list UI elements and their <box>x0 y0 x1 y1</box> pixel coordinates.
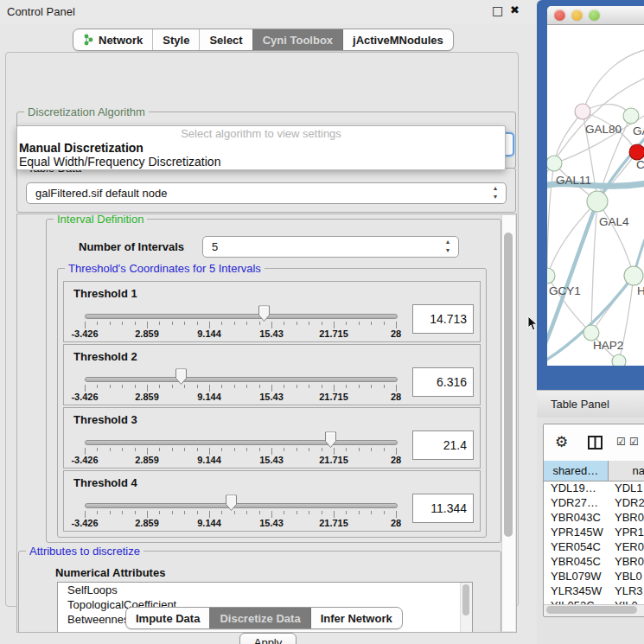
column-header-shared-name[interactable]: shared… <box>544 461 609 481</box>
tick-mark <box>97 385 98 388</box>
tick-mark <box>85 385 86 392</box>
tick-label: -3.426 <box>57 328 112 339</box>
network-node-h[interactable] <box>624 266 643 285</box>
tick-mark <box>147 511 148 518</box>
network-window-titlebar[interactable] <box>547 6 644 25</box>
scrollbar-thumb[interactable] <box>504 233 513 537</box>
cell-name[interactable]: YBR0 <box>610 510 644 525</box>
threshold-slider-thumb[interactable] <box>324 431 337 449</box>
table-row[interactable]: YIL052CYIL0 <box>544 598 644 604</box>
cell-name[interactable]: YPR1 <box>610 525 644 539</box>
cell-shared-name[interactable]: YBL079W <box>544 569 610 583</box>
tick-mark <box>122 511 123 514</box>
cell-name[interactable]: YER0 <box>610 539 644 554</box>
column-header-name[interactable]: na <box>609 461 644 481</box>
tick-mark <box>334 448 335 455</box>
threshold-slider-thumb[interactable] <box>258 305 271 322</box>
cell-shared-name[interactable]: YDR27… <box>544 495 610 510</box>
table-data-value: galFiltered.sif default node <box>35 183 167 203</box>
tab-cyni-toolbox[interactable]: Cyni Toolbox <box>252 29 342 50</box>
tab-select[interactable]: Select <box>199 29 252 50</box>
control-panel-tab-bar: NetworkStyleSelectCyni ToolboxjActiveMNo… <box>73 29 454 51</box>
cell-shared-name[interactable]: YER054C <box>544 539 610 554</box>
table-horizontal-scrollbar[interactable] <box>544 604 644 616</box>
scrollbar-thumb[interactable] <box>546 606 637 614</box>
threshold-value-field[interactable]: 14.713 <box>412 304 474 334</box>
checkbox-icon[interactable]: ☑ <box>629 436 639 448</box>
cell-name[interactable]: YDL1 <box>610 481 644 495</box>
table-toolbar: ⚙ ☑ ☑ <box>544 424 644 461</box>
threshold-value-field[interactable]: 6.316 <box>412 367 474 397</box>
float-window-icon[interactable]: □ <box>492 3 503 17</box>
tick-mark <box>135 322 136 325</box>
tick-mark <box>159 448 160 451</box>
attributes-list-scrollbar[interactable] <box>460 583 472 633</box>
cell-name[interactable]: YDR2 <box>610 495 644 510</box>
tick-mark <box>122 385 123 388</box>
table-row[interactable]: YPR145WYPR1 <box>544 525 644 539</box>
network-node-ga[interactable] <box>623 108 639 124</box>
checkbox-icon[interactable]: ☑ <box>616 436 626 448</box>
threshold-slider-track[interactable] <box>85 377 398 382</box>
table-row[interactable]: YBL079WYBL0 <box>544 569 644 583</box>
close-icon[interactable]: ✖ <box>510 3 520 16</box>
network-node-gal11[interactable] <box>547 156 562 171</box>
threshold-slider-thumb[interactable] <box>225 494 238 512</box>
table-row[interactable]: YDL19…YDL1 <box>544 481 644 495</box>
threshold-slider-track[interactable] <box>85 440 398 445</box>
cell-shared-name[interactable]: YDL19… <box>544 481 610 495</box>
algorithm-option-manual[interactable]: Manual Discretization <box>17 141 505 155</box>
number-of-intervals-label: Number of Intervals <box>79 240 184 253</box>
cell-shared-name[interactable]: YPR145W <box>544 525 610 539</box>
tab-style[interactable]: Style <box>152 29 199 50</box>
threshold-slider-track[interactable] <box>85 503 398 508</box>
panel-scrollbar[interactable] <box>501 215 515 631</box>
tick-mark <box>359 322 360 325</box>
algorithm-option-equal-width[interactable]: Equal Width/Frequency Discretization <box>17 155 505 169</box>
network-canvas[interactable]: GAL80GACGAL11GAL4GCY1HHAP2 <box>547 25 644 366</box>
cell-name[interactable]: YBL0 <box>610 569 644 583</box>
network-node[interactable] <box>612 354 626 366</box>
tab-discretize-data[interactable]: Discretize Data <box>209 608 309 628</box>
zoom-traffic-light[interactable] <box>589 10 600 21</box>
cell-name[interactable]: YLR3 <box>610 583 644 598</box>
number-of-intervals-combobox[interactable]: 5 ▴▾ <box>202 236 459 258</box>
gear-icon[interactable]: ⚙ <box>555 433 568 450</box>
cell-name[interactable]: YBR0 <box>610 554 644 569</box>
columns-icon[interactable] <box>588 436 603 450</box>
table-row[interactable]: YBR045CYBR0 <box>544 554 644 569</box>
tick-mark <box>271 448 272 455</box>
network-node-gal4[interactable] <box>587 191 608 212</box>
cell-name[interactable]: YIL0 <box>610 598 644 604</box>
cell-shared-name[interactable]: YBR043C <box>544 510 610 525</box>
table-data-combobox[interactable]: galFiltered.sif default node ▴▾ <box>26 182 507 204</box>
cell-shared-name[interactable]: YLR345W <box>544 583 610 598</box>
threshold-slider-track[interactable] <box>85 314 398 319</box>
node-label: GA <box>633 124 644 137</box>
tab-network[interactable]: Network <box>73 29 152 50</box>
tab-impute-data[interactable]: Impute Data <box>126 608 209 628</box>
tick-mark <box>85 448 86 455</box>
tick-mark <box>159 511 160 514</box>
network-node-gal80[interactable] <box>575 104 590 119</box>
threshold-value-field[interactable]: 21.4 <box>412 430 474 460</box>
cell-shared-name[interactable]: YBR045C <box>544 554 610 569</box>
tick-mark <box>159 322 160 325</box>
threshold-value-field[interactable]: 11.344 <box>412 494 474 523</box>
attribute-item-selfloops[interactable]: SelfLoops <box>58 583 472 597</box>
tick-mark <box>110 511 111 514</box>
network-icon <box>83 34 94 46</box>
cell-shared-name[interactable]: YIL052C <box>544 598 610 604</box>
tab-jactivemnodules[interactable]: jActiveMNodules <box>342 29 453 50</box>
close-traffic-light[interactable] <box>554 10 565 21</box>
minimize-traffic-light[interactable] <box>571 10 583 21</box>
table-row[interactable]: YBR043CYBR0 <box>544 510 644 525</box>
table-row[interactable]: YLR345WYLR3 <box>544 583 644 598</box>
table-row[interactable]: YDR27…YDR2 <box>544 495 644 510</box>
apply-button[interactable]: Apply <box>239 633 296 644</box>
threshold-slider-thumb[interactable] <box>175 368 188 386</box>
tab-infer-network[interactable]: Infer Network <box>310 608 402 628</box>
network-node-gcy1[interactable] <box>547 268 555 284</box>
scrollbar-thumb[interactable] <box>462 584 469 615</box>
table-row[interactable]: YER054CYER0 <box>544 539 644 554</box>
